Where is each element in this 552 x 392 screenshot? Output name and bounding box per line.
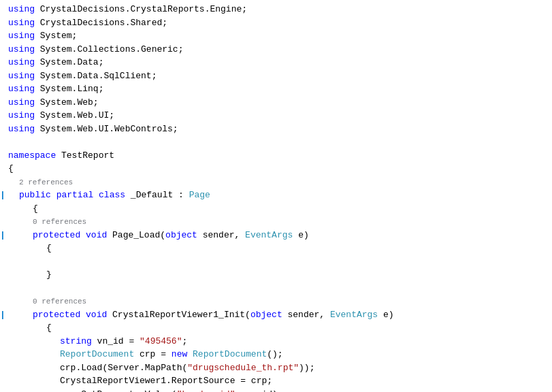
code-line-class-brace-open: {	[0, 202, 552, 216]
collapse-indicator-class[interactable]: |	[0, 189, 5, 202]
code-line-init-brace-open: {	[0, 321, 552, 335]
code-line-7: using System.Linq;	[0, 82, 552, 96]
code-line-init: | protected void CrystalReportViewer1_In…	[0, 308, 552, 322]
code-line-8: using System.Web;	[0, 96, 552, 110]
line-content-5: using System.Data;	[5, 56, 552, 69]
line-content-3: using System;	[5, 29, 552, 43]
ref-count-1: 2 references	[19, 178, 73, 186]
code-line-reportsource: CrystalReportViewer1.ReportSource = crp;	[0, 374, 552, 388]
ref-count-2: 0 references	[33, 218, 86, 226]
code-line-11	[0, 135, 552, 149]
collapse-indicator-init[interactable]: |	[0, 308, 5, 322]
line-content-1: using CrystalDecisions.CrystalReports.En…	[5, 3, 552, 16]
code-line-6: using System.Data.SqlClient;	[0, 69, 552, 83]
code-line-ref2: 0 references	[0, 215, 552, 229]
line-content-9: using System.Web.UI;	[5, 109, 552, 122]
code-line-pageload: | protected void Page_Load(object sender…	[0, 229, 552, 242]
code-line-namespace: namespace TestReport	[0, 149, 552, 163]
code-line-class: | public partial class _Default : Page	[0, 189, 552, 202]
code-line-1: using CrystalDecisions.CrystalReports.En…	[0, 3, 552, 16]
code-line-blank2	[0, 282, 552, 295]
line-content-4: using System.Collections.Generic;	[5, 43, 552, 56]
line-content-10: using System.Web.UI.WebControls;	[5, 122, 552, 136]
line-content-6: using System.Data.SqlClient;	[5, 69, 552, 83]
line-content-7: using System.Linq;	[5, 82, 552, 96]
collapse-indicator-pageload[interactable]: |	[0, 229, 5, 242]
line-content-2: using CrystalDecisions.Shared;	[5, 16, 552, 30]
code-editor: using CrystalDecisions.CrystalReports.En…	[0, 0, 552, 392]
code-line-10: using System.Web.UI.WebControls;	[0, 122, 552, 136]
code-line-5: using System.Data;	[0, 56, 552, 69]
code-line-pageload-brace-close: }	[0, 268, 552, 282]
code-line-2: using CrystalDecisions.Shared;	[0, 16, 552, 30]
code-line-3: using System;	[0, 29, 552, 43]
code-line-crpload: crp.Load(Server.MapPath("drugschedule_th…	[0, 361, 552, 375]
code-line-crp: ReportDocument crp = new ReportDocument(…	[0, 348, 552, 361]
code-line-vnid: string vn_id = "495456";	[0, 335, 552, 348]
code-line-9: using System.Web.UI;	[0, 109, 552, 122]
code-line-ns-brace: {	[0, 162, 552, 176]
line-content-8: using System.Web;	[5, 96, 552, 110]
code-line-setparam: crp.SetParameterValue("header_id", vn_id…	[0, 388, 552, 393]
code-line-4: using System.Collections.Generic;	[0, 43, 552, 56]
code-line-ref1: 2 references	[0, 176, 552, 189]
code-line-blank1	[0, 255, 552, 269]
code-line-pageload-brace-open: {	[0, 242, 552, 255]
ref-count-3: 0 references	[33, 297, 86, 306]
code-line-ref3: 0 references	[0, 295, 552, 308]
